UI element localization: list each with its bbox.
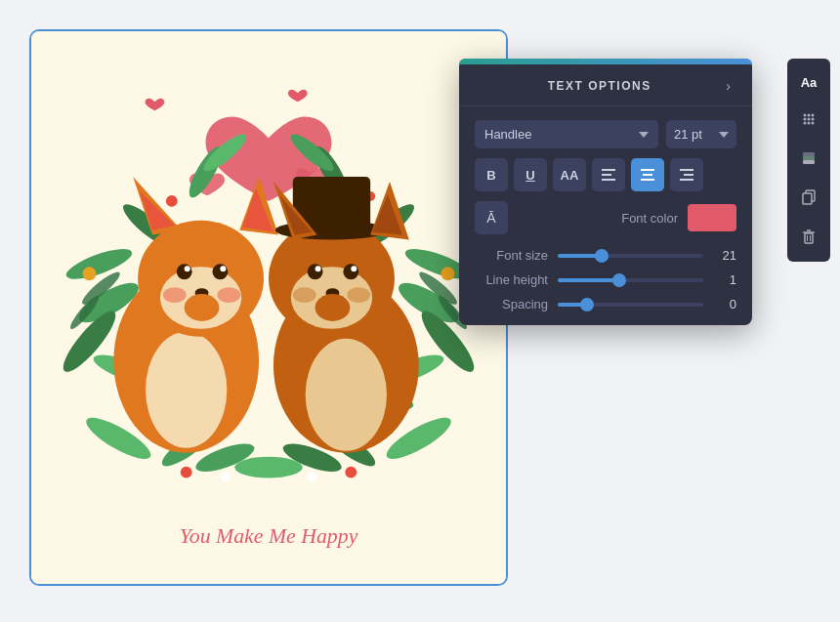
uppercase-button[interactable]: AA <box>553 158 586 191</box>
text-tool-button[interactable]: Aa <box>791 64 826 100</box>
line-height-thumb[interactable] <box>612 273 626 287</box>
sidebar-icons: Aa <box>787 59 830 262</box>
svg-point-36 <box>220 473 230 482</box>
align-right-button[interactable] <box>670 158 703 191</box>
svg-point-74 <box>347 287 370 303</box>
svg-point-70 <box>315 266 321 271</box>
svg-point-69 <box>343 264 358 279</box>
svg-rect-99 <box>803 193 812 204</box>
svg-point-89 <box>804 118 807 121</box>
svg-rect-81 <box>643 174 652 176</box>
svg-point-28 <box>181 467 192 478</box>
font-size-thumb[interactable] <box>595 249 609 263</box>
svg-point-51 <box>212 264 228 279</box>
line-height-slider-row: Line height 1 <box>475 272 736 287</box>
svg-point-59 <box>306 339 387 451</box>
svg-point-43 <box>146 332 227 448</box>
delete-tool-button[interactable] <box>791 221 826 256</box>
canvas-area: You Make Me Happy <box>29 29 508 586</box>
main-container: You Make Me Happy TEXT OPTIONS › Handlee… <box>0 0 840 622</box>
font-size-value: 21 <box>713 248 736 263</box>
svg-rect-85 <box>680 179 693 181</box>
svg-point-53 <box>220 266 226 271</box>
svg-point-34 <box>441 267 455 280</box>
texture-tool-button[interactable] <box>791 104 826 139</box>
svg-point-75 <box>315 294 351 321</box>
svg-point-56 <box>217 287 240 303</box>
line-height-slider[interactable] <box>558 278 703 282</box>
font-family-select[interactable]: Handlee <box>475 120 658 148</box>
spacing-slider-row: Spacing 0 <box>475 297 736 311</box>
panel-collapse-button[interactable]: › <box>722 78 735 94</box>
svg-point-87 <box>808 114 811 117</box>
svg-point-29 <box>345 467 357 478</box>
svg-rect-77 <box>602 169 615 171</box>
font-size-slider-row: Font size 21 <box>475 248 736 263</box>
canvas-illustration: You Make Me Happy <box>31 31 506 584</box>
copy-tool-button[interactable] <box>791 182 826 217</box>
svg-rect-79 <box>602 179 615 181</box>
svg-point-52 <box>185 266 190 271</box>
font-size-slider[interactable] <box>558 254 703 258</box>
svg-rect-84 <box>684 174 693 176</box>
align-center-icon <box>641 169 654 181</box>
font-selector-row: Handlee 21 pt <box>475 120 736 148</box>
svg-point-91 <box>812 118 815 121</box>
svg-point-92 <box>804 122 807 125</box>
underline-button[interactable]: U <box>514 158 547 191</box>
svg-point-94 <box>812 122 815 125</box>
panel-title: TEXT OPTIONS <box>477 79 722 93</box>
spacing-thumb[interactable] <box>580 298 594 311</box>
svg-rect-80 <box>641 169 654 171</box>
line-height-fill <box>558 278 619 282</box>
spacing-label: Spacing <box>475 297 548 311</box>
svg-point-90 <box>808 118 811 121</box>
spacing-value: 0 <box>713 297 736 311</box>
svg-point-88 <box>812 114 815 117</box>
font-color-label: Font color <box>518 211 678 226</box>
font-color-swatch[interactable] <box>688 204 736 231</box>
svg-point-73 <box>293 287 316 303</box>
align-right-icon <box>680 169 693 181</box>
svg-point-24 <box>166 195 178 207</box>
svg-rect-97 <box>803 152 815 156</box>
svg-point-21 <box>234 457 302 478</box>
svg-rect-82 <box>641 179 654 181</box>
svg-point-35 <box>83 267 97 280</box>
svg-point-71 <box>351 266 357 271</box>
font-size-label: Font size <box>475 248 548 263</box>
svg-rect-83 <box>680 169 693 171</box>
line-height-value: 1 <box>713 272 736 287</box>
svg-rect-100 <box>805 233 813 243</box>
delete-icon <box>801 228 817 248</box>
text-options-panel: TEXT OPTIONS › Handlee 21 pt B U AA <box>459 59 752 325</box>
svg-rect-96 <box>803 156 815 160</box>
line-height-label: Line height <box>475 272 548 287</box>
svg-point-50 <box>177 264 192 279</box>
align-left-button[interactable] <box>592 158 625 191</box>
text-icon: Aa <box>801 75 818 90</box>
svg-point-55 <box>163 287 187 303</box>
svg-point-68 <box>308 264 323 279</box>
svg-point-57 <box>185 294 220 321</box>
svg-point-37 <box>308 473 317 482</box>
font-size-select[interactable]: 21 pt <box>666 120 736 148</box>
format-buttons-row: B U AA <box>475 158 736 191</box>
panel-body: Handlee 21 pt B U AA <box>459 106 752 325</box>
layers-icon <box>801 150 817 170</box>
svg-point-86 <box>804 114 807 117</box>
font-color-row: Ā Font color <box>475 201 736 234</box>
align-center-button[interactable] <box>631 158 664 191</box>
svg-rect-78 <box>602 174 611 176</box>
bold-button[interactable]: B <box>475 158 508 191</box>
spacing-slider[interactable] <box>558 303 703 307</box>
special-char-button[interactable]: Ā <box>475 201 508 234</box>
sliders-section: Font size 21 Line height 1 <box>475 244 736 311</box>
svg-rect-95 <box>803 160 815 164</box>
texture-icon <box>801 111 817 131</box>
layers-tool-button[interactable] <box>791 143 826 178</box>
align-left-icon <box>602 169 615 181</box>
panel-header: TEXT OPTIONS › <box>459 64 752 106</box>
copy-icon <box>801 189 817 209</box>
svg-text:You Make Me Happy: You Make Me Happy <box>180 524 358 548</box>
